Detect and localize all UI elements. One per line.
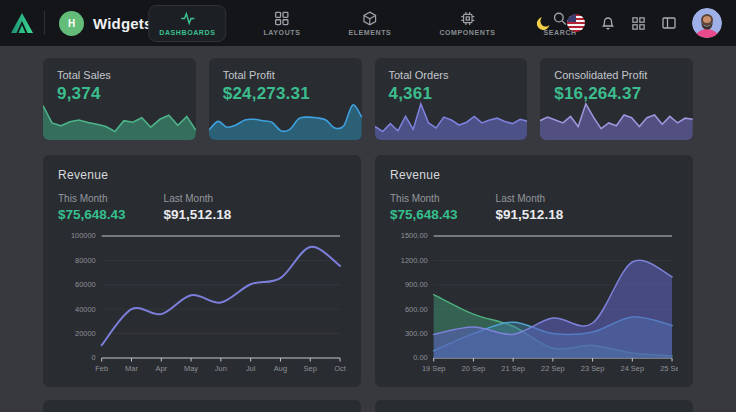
svg-text:40000: 40000	[75, 305, 96, 314]
metric-last-month: Last Month $91,512.18	[164, 193, 232, 222]
apps-grid-icon	[631, 16, 646, 31]
panel-layout-icon	[661, 15, 677, 31]
next-cards-row	[43, 400, 693, 412]
svg-text:23 Sep: 23 Sep	[581, 364, 605, 373]
avatar-image	[692, 8, 722, 38]
svg-text:20 Sep: 20 Sep	[462, 364, 486, 373]
svg-text:25 Sep: 25 Sep	[660, 364, 678, 373]
stat-card-total-profit: Total Profit $24,273.31	[209, 58, 362, 140]
stat-card-total-orders: Total Orders 4,361	[375, 58, 528, 140]
language-selector[interactable]	[567, 14, 585, 32]
metric-value: $91,512.18	[496, 207, 564, 222]
orders-sparkline-chart[interactable]	[375, 98, 528, 140]
svg-text:24 Sep: 24 Sep	[621, 364, 645, 373]
stat-label: Total Sales	[43, 58, 196, 81]
triangle-logo-icon	[10, 12, 34, 34]
svg-text:19 Sep: 19 Sep	[422, 364, 446, 373]
metric-value: $75,648.43	[390, 207, 458, 222]
nav-item-label: ELEMENTS	[348, 29, 391, 36]
sidebar-toggle-button[interactable]	[661, 15, 677, 31]
card-title: Revenue	[390, 168, 678, 182]
stat-card-consolidated-profit: Consolidated Profit $16,264.37	[540, 58, 693, 140]
svg-text:Apr: Apr	[155, 364, 167, 373]
svg-text:Jul: Jul	[246, 364, 256, 373]
notifications-button[interactable]	[600, 15, 616, 31]
svg-text:300.00: 300.00	[405, 329, 428, 338]
svg-text:Oct: Oct	[334, 364, 346, 373]
nav-item-elements[interactable]: ELEMENTS	[337, 5, 402, 42]
stat-label: Total Profit	[209, 58, 362, 81]
svg-text:1200.00: 1200.00	[401, 256, 428, 265]
stats-row: Total Sales 9,374 Total Profit $24,273.3…	[43, 58, 693, 140]
metric-this-month: This Month $75,648.43	[58, 193, 126, 222]
metric-value: $75,648.43	[58, 207, 126, 222]
svg-text:Feb: Feb	[95, 364, 108, 373]
bell-icon	[600, 15, 616, 31]
metric-value: $91,512.18	[164, 207, 232, 222]
activity-icon	[180, 11, 195, 26]
card-partial	[43, 400, 361, 412]
top-navbar: H Widgets Stats DASHBOARDS LAYOUTS ELEME…	[0, 0, 736, 46]
nav-item-layouts[interactable]: LAYOUTS	[252, 5, 311, 42]
revenue-card-monthly: Revenue This Month $75,648.43 Last Month…	[43, 155, 361, 387]
card-partial	[375, 400, 693, 412]
stat-label: Total Orders	[375, 58, 528, 81]
cpu-icon	[460, 11, 475, 26]
nav-item-label: LAYOUTS	[263, 29, 300, 36]
layout-grid-icon	[274, 11, 289, 26]
metric-last-month: Last Month $91,512.18	[496, 193, 564, 222]
svg-text:60000: 60000	[75, 280, 96, 289]
consolidated-sparkline-chart[interactable]	[540, 98, 693, 140]
svg-text:Jun: Jun	[215, 364, 227, 373]
metric-this-month: This Month $75,648.43	[390, 193, 458, 222]
revenue-area-chart[interactable]: 0.00300.00600.00900.001200.001500.0019 S…	[390, 228, 678, 378]
us-flag-icon	[567, 14, 585, 32]
svg-text:20000: 20000	[75, 329, 96, 338]
main-content: Total Sales 9,374 Total Profit $24,273.3…	[0, 46, 736, 412]
app-logo[interactable]	[0, 12, 44, 34]
metric-label: This Month	[58, 193, 126, 204]
svg-text:Aug: Aug	[274, 364, 287, 373]
metric-label: This Month	[390, 193, 458, 204]
revenue-metrics: This Month $75,648.43 Last Month $91,512…	[390, 193, 678, 222]
navbar-divider	[44, 11, 45, 35]
search-icon	[553, 11, 568, 26]
box-icon	[362, 11, 377, 26]
svg-text:Mar: Mar	[125, 364, 138, 373]
revenue-metrics: This Month $75,648.43 Last Month $91,512…	[58, 193, 346, 222]
revenue-line-chart[interactable]: 020000400006000080000100000FebMarAprMayJ…	[58, 228, 346, 378]
svg-text:100000: 100000	[71, 231, 96, 240]
apps-menu-button[interactable]	[631, 16, 646, 31]
metric-label: Last Month	[164, 193, 232, 204]
nav-item-dashboards[interactable]: DASHBOARDS	[148, 5, 226, 42]
svg-text:0.00: 0.00	[413, 353, 427, 362]
main-nav: DASHBOARDS LAYOUTS ELEMENTS COMPONENTS	[148, 0, 587, 46]
brand-badge: H	[59, 11, 84, 36]
sales-sparkline-chart[interactable]	[43, 98, 196, 140]
svg-text:900.00: 900.00	[405, 280, 428, 289]
profit-sparkline-chart[interactable]	[209, 98, 362, 140]
revenue-row: Revenue This Month $75,648.43 Last Month…	[43, 155, 693, 387]
stat-card-total-sales: Total Sales 9,374	[43, 58, 196, 140]
svg-text:80000: 80000	[75, 256, 96, 265]
metric-label: Last Month	[496, 193, 564, 204]
nav-item-label: DASHBOARDS	[159, 29, 215, 36]
svg-text:0: 0	[92, 353, 96, 362]
svg-text:Sep: Sep	[304, 364, 317, 373]
revenue-card-daily: Revenue This Month $75,648.43 Last Month…	[375, 155, 693, 387]
svg-text:21 Sep: 21 Sep	[501, 364, 525, 373]
user-avatar[interactable]	[692, 8, 722, 38]
nav-item-label: COMPONENTS	[439, 29, 495, 36]
card-title: Revenue	[58, 168, 346, 182]
svg-text:600.00: 600.00	[405, 305, 428, 314]
svg-text:May: May	[184, 364, 198, 373]
svg-text:22 Sep: 22 Sep	[541, 364, 565, 373]
svg-text:1500.00: 1500.00	[401, 231, 428, 240]
stat-label: Consolidated Profit	[540, 58, 693, 81]
nav-item-components[interactable]: COMPONENTS	[428, 5, 506, 42]
